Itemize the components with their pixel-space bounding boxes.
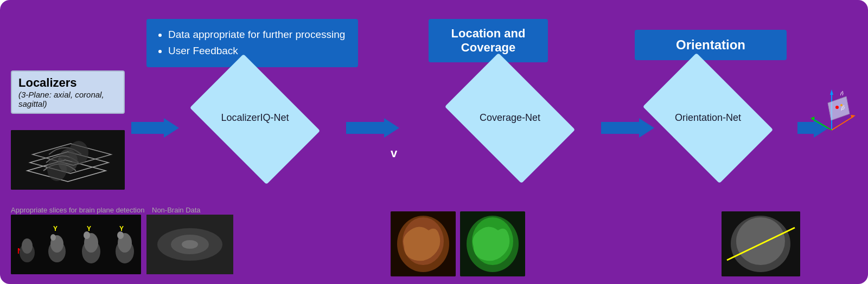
arrow-2 (346, 118, 399, 138)
axes-icon: n̂ p̄ (807, 87, 856, 141)
svg-point-13 (22, 238, 33, 254)
label-non-brain: Non-Brain Data (152, 206, 201, 214)
brain-mri-image-1 (391, 211, 456, 276)
bullet-item-1: Data appropriate for further processing (168, 27, 347, 43)
bottom-appropriate-images: N Y Y Y (11, 215, 141, 274)
svg-line-29 (813, 119, 832, 130)
orientation-output-image (722, 211, 800, 276)
svg-marker-30 (830, 89, 833, 95)
localizers-box: Localizers (3-Plane: axial, coronal, sag… (11, 70, 125, 114)
arrow-1-body (131, 122, 164, 134)
coverage-net-diamond (445, 53, 575, 183)
main-slide: Localizers (3-Plane: axial, coronal, sag… (0, 0, 868, 284)
svg-point-36 (835, 106, 839, 109)
svg-text:n̂: n̂ (840, 91, 844, 96)
orientation-net-diamond (643, 53, 773, 183)
svg-point-6 (69, 141, 88, 165)
v-arrow: v (391, 146, 397, 160)
arrow-1 (131, 118, 179, 138)
bullet-item-2: User Feedback (168, 43, 347, 59)
arrow-3-body (601, 122, 639, 134)
location-coverage-box: Location and Coverage (429, 19, 548, 62)
arrow-2-body (346, 122, 384, 134)
svg-point-22 (117, 231, 124, 239)
svg-text:Y: Y (53, 225, 58, 233)
bottom-nonbrain-image (146, 215, 233, 274)
svg-point-26 (182, 240, 198, 249)
orientation-label: Orientation (676, 37, 745, 52)
arrow-1-head (164, 118, 179, 138)
svg-point-37 (840, 104, 843, 106)
localizers-subtitle: (3-Plane: axial, coronal, sagittal) (18, 90, 117, 108)
svg-point-16 (50, 234, 56, 241)
location-coverage-label: Location and Coverage (451, 27, 526, 54)
svg-point-46 (736, 217, 785, 265)
svg-point-19 (84, 231, 90, 239)
label-appropriate: Appropriate slices for brain plane detec… (11, 206, 144, 214)
localizer-iq-net-diamond (190, 54, 320, 184)
arrow-2-head (384, 118, 399, 138)
svg-text:Y: Y (119, 225, 124, 233)
localizer-image (11, 130, 125, 190)
bullet-list: Data appropriate for further processing … (157, 27, 347, 60)
brain-mri-image-2 (460, 211, 525, 276)
orientation-box: Orientation (635, 30, 787, 60)
bullet-box: Data appropriate for further processing … (146, 19, 358, 67)
arrow-3 (601, 118, 654, 138)
svg-text:Y: Y (87, 225, 91, 233)
localizers-title: Localizers (18, 76, 117, 90)
arrow-3-head (639, 118, 654, 138)
